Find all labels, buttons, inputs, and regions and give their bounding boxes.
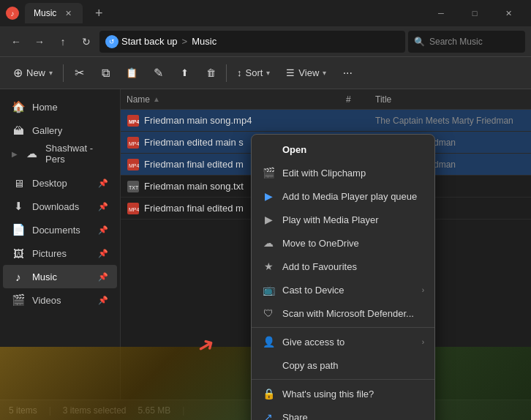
- tab-close-button[interactable]: ✕: [62, 7, 74, 19]
- ctx-clipchamp[interactable]: 🎬 Edit with Clipchamp: [252, 161, 434, 184]
- more-button[interactable]: ···: [335, 61, 360, 85]
- col-header-name[interactable]: Name ▲: [121, 94, 340, 105]
- copy-button[interactable]: ⧉: [93, 61, 118, 85]
- delete-button[interactable]: 🗑: [198, 61, 223, 85]
- share-ctx-icon: ↗: [262, 410, 275, 420]
- col-header-hash[interactable]: #: [340, 94, 369, 105]
- app-icon: ♪: [6, 7, 19, 20]
- favourites-icon: ★: [262, 260, 275, 273]
- expand-icon: ▶: [12, 150, 18, 158]
- sidebar-item-home[interactable]: 🏠 Home: [3, 95, 117, 119]
- tab-title: Music: [34, 8, 56, 18]
- minimize-button[interactable]: ─: [424, 0, 458, 26]
- svg-text:MP4: MP4: [129, 207, 139, 212]
- ctx-cast-label: Cast to Device: [282, 285, 344, 296]
- svg-text:MP4: MP4: [129, 119, 139, 124]
- ctx-open[interactable]: Open: [252, 138, 434, 161]
- nav-bar: ← → ↑ ↻ ↺ Start back up > Music 🔍 Search…: [0, 26, 531, 57]
- give-access-arrow-icon: ›: [422, 338, 424, 346]
- ctx-media-queue[interactable]: ▶ Add to Media Player play queue: [252, 184, 434, 208]
- refresh-button[interactable]: ↻: [76, 31, 97, 52]
- table-row[interactable]: MP4 Friedman main song.mp4 The Captain M…: [121, 110, 531, 132]
- sidebar-item-shashwat[interactable]: ▶ ☁ Shashwat - Pers: [3, 142, 117, 165]
- ctx-media-player-label: Play with Media Player: [282, 214, 379, 225]
- cut-button[interactable]: ✂: [67, 61, 91, 85]
- active-tab[interactable]: Music ✕: [25, 3, 83, 23]
- sort-label: Sort: [246, 67, 263, 78]
- view-button[interactable]: ☰ View ▾: [279, 61, 334, 85]
- breadcrumb-start[interactable]: Start back up: [121, 36, 178, 47]
- rename-button[interactable]: ✎: [146, 61, 170, 85]
- ctx-copy-path[interactable]: Copy as path: [252, 353, 434, 377]
- ctx-separator-1: [252, 327, 434, 328]
- col-expand-icon: ▲: [153, 95, 160, 103]
- toolbar: ⊕ New ▾ ✂ ⧉ 📋 ✎ ⬆ 🗑 ↕ Sort ▾ ☰ View ▾ ··…: [0, 57, 531, 89]
- ctx-share[interactable]: ↗ Share: [252, 405, 434, 420]
- mp4-file-icon: MP4: [127, 136, 140, 149]
- copy-path-icon: [262, 359, 275, 372]
- search-icon: 🔍: [414, 37, 425, 47]
- view-label: View: [298, 67, 319, 78]
- sidebar-item-desktop[interactable]: 🖥 Desktop 📌: [3, 171, 117, 195]
- ctx-defender-label: Scan with Microsoft Defender...: [282, 308, 414, 319]
- delete-icon: 🗑: [206, 67, 216, 78]
- videos-pin-icon: 📌: [98, 296, 108, 305]
- onedrive-icon: ☁: [262, 236, 275, 250]
- sidebar-videos-label: Videos: [32, 295, 61, 306]
- file-header: Name ▲ # Title: [121, 89, 531, 110]
- back-button[interactable]: ←: [6, 31, 26, 52]
- address-bar[interactable]: ↺ Start back up > Music: [99, 31, 405, 53]
- context-menu: Open 🎬 Edit with Clipchamp ▶ Add to Medi…: [251, 134, 435, 420]
- sidebar-item-downloads[interactable]: ⬇ Downloads 📌: [3, 195, 117, 218]
- sidebar-item-pictures[interactable]: 🖼 Pictures 📌: [3, 241, 117, 265]
- sort-chevron-icon: ▾: [266, 69, 270, 77]
- ctx-cast[interactable]: 📺 Cast to Device ›: [252, 278, 434, 301]
- file-name: Friedman edited main s: [144, 137, 244, 148]
- copy-icon: ⧉: [102, 67, 110, 80]
- forward-button[interactable]: →: [29, 31, 50, 52]
- sidebar-item-documents[interactable]: 📄 Documents 📌: [3, 218, 117, 241]
- downloads-pin-icon: 📌: [98, 202, 108, 211]
- maximize-button[interactable]: □: [458, 0, 492, 26]
- title-bar: ♪ Music ✕ + ─ □ ✕: [0, 0, 531, 26]
- share-button[interactable]: ⬆: [172, 61, 197, 85]
- toolbar-sep-2: [226, 64, 227, 82]
- ctx-defender[interactable]: 🛡 Scan with Microsoft Defender...: [252, 301, 434, 325]
- sidebar-item-gallery[interactable]: 🏔 Gallery: [3, 119, 117, 142]
- ctx-open-label: Open: [282, 144, 306, 155]
- cloud-icon: ☁: [25, 147, 38, 160]
- ctx-onedrive[interactable]: ☁ Move to OneDrive: [252, 231, 434, 255]
- cast-arrow-icon: ›: [422, 286, 424, 294]
- window-controls: ─ □ ✕: [424, 0, 525, 26]
- ctx-media-player[interactable]: ▶ Play with Media Player: [252, 208, 434, 231]
- ctx-favourites[interactable]: ★ Add to Favourites: [252, 255, 434, 278]
- col-header-title[interactable]: Title: [369, 94, 531, 105]
- paste-icon: 📋: [126, 67, 138, 78]
- breadcrumb-end[interactable]: Music: [192, 36, 216, 47]
- videos-icon: 🎬: [12, 293, 25, 307]
- mp4-file-icon: MP4: [127, 158, 140, 171]
- search-box[interactable]: 🔍 Search Music: [408, 31, 525, 53]
- sidebar-item-music[interactable]: ♪ Music 📌: [3, 265, 117, 288]
- paste-button[interactable]: 📋: [119, 61, 144, 85]
- new-tab-button[interactable]: +: [88, 3, 109, 23]
- new-label: New: [26, 67, 45, 78]
- sidebar-item-videos[interactable]: 🎬 Videos 📌: [3, 288, 117, 312]
- cut-icon: ✂: [75, 66, 84, 80]
- up-button[interactable]: ↑: [53, 31, 73, 52]
- open-icon: [262, 143, 275, 156]
- downloads-icon: ⬇: [12, 200, 25, 213]
- ctx-whats-using[interactable]: 🔒 What's using this file?: [252, 382, 434, 405]
- rename-icon: ✎: [154, 66, 163, 80]
- give-access-icon: 👤: [262, 335, 275, 348]
- desktop-icon: 🖥: [12, 176, 25, 190]
- close-button[interactable]: ✕: [492, 0, 525, 26]
- ctx-give-access[interactable]: 👤 Give access to ›: [252, 330, 434, 353]
- new-button[interactable]: ⊕ New ▾: [6, 61, 60, 85]
- ctx-give-access-label: Give access to: [282, 337, 344, 348]
- ctx-onedrive-label: Move to OneDrive: [282, 238, 359, 249]
- ctx-separator-2: [252, 379, 434, 380]
- sort-button[interactable]: ↕ Sort ▾: [230, 61, 277, 85]
- cast-icon: 📺: [262, 283, 275, 296]
- sidebar-pictures-label: Pictures: [32, 248, 67, 259]
